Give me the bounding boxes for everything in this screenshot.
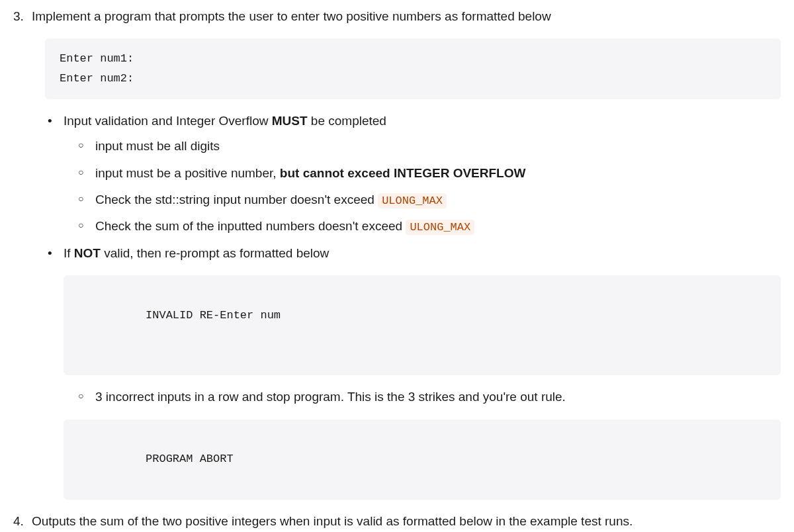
bold-text: NOT (74, 246, 101, 260)
text-fragment: input must be a positive number, (95, 166, 280, 180)
code-block-abort: PROGRAM ABORT (64, 420, 781, 500)
sub-item: 3 incorrect inputs in a row and stop pro… (79, 387, 781, 407)
copy-icon[interactable] (757, 285, 770, 298)
inline-code-ulong-max: ULONG_MAX (406, 220, 474, 235)
sub-item: Check the std::string input number doesn… (79, 190, 781, 210)
bold-text: but cannot exceed INTEGER OVERFLOW (280, 166, 526, 180)
text-fragment: 3 incorrect inputs in a row and stop pro… (95, 390, 566, 404)
sub-item: input must be a positive number, but can… (79, 163, 781, 183)
circle-list: input must be all digits input must be a… (64, 136, 781, 237)
code-text: PROGRAM ABORT (146, 453, 234, 465)
text-fragment: Check the std::string input number doesn… (95, 193, 378, 206)
circle-list: 3 incorrect inputs in a row and stop pro… (64, 387, 781, 407)
sub-item: Check the sum of the inputted numbers do… (79, 216, 781, 236)
sub-item: input must be all digits (79, 136, 781, 156)
code-text: INVALID RE-Enter num (146, 309, 281, 322)
bullet-list: Input validation and Integer Overflow MU… (32, 111, 781, 500)
text-fragment: valid, then re-prompt as formatted below (101, 246, 329, 260)
text-fragment: be completed (308, 114, 386, 128)
item-number: 4. (13, 511, 24, 531)
item-text: Outputs the sum of the two positive inte… (32, 514, 633, 528)
text-fragment: If (64, 246, 74, 260)
list-item-3: 3. Implement a program that prompts the … (13, 7, 781, 500)
text-fragment: Check the sum of the inputted numbers do… (95, 219, 406, 233)
instruction-list: 3. Implement a program that prompts the … (13, 7, 781, 532)
item-text: Implement a program that prompts the use… (32, 9, 551, 23)
text-fragment: Input validation and Integer Overflow (64, 114, 272, 128)
item-number: 3. (13, 7, 24, 26)
bullet-reprompt: If NOT valid, then re-prompt as formatte… (48, 244, 781, 500)
list-item-4: 4. Outputs the sum of the two positive i… (13, 511, 781, 531)
bullet-validation: Input validation and Integer Overflow MU… (48, 111, 781, 237)
code-block-prompt: Enter num1: Enter num2: (45, 38, 781, 99)
text-fragment: input must be all digits (95, 139, 220, 153)
inline-code-ulong-max: ULONG_MAX (378, 193, 447, 208)
code-block-invalid: INVALID RE-Enter num (64, 275, 781, 375)
bold-text: MUST (272, 114, 308, 128)
